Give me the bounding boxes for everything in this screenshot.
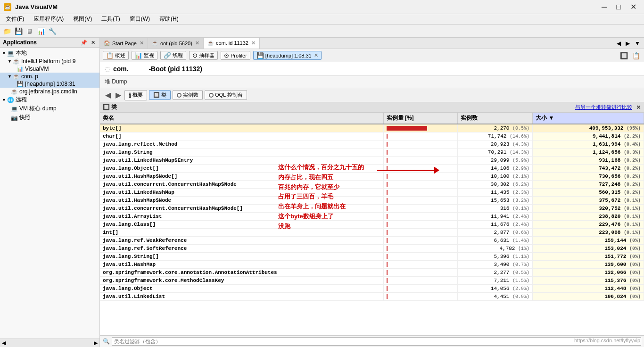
tree-item-visualvm[interactable]: 📊 VisualVM [0,65,99,73]
menu-tools[interactable]: 工具(T) [98,14,124,24]
table-row[interactable]: char[]71,742 (14.6%)9,441,814 (2.2%) [100,132,644,140]
cell-instance-bar [383,293,457,301]
tab-nav-down[interactable]: ▼ [633,40,642,47]
table-row[interactable]: java.util.HashMap$Node[]10,100 (2.1%)730… [100,173,644,181]
toolbar-btn-4[interactable]: 📊 [36,26,46,36]
sub-btn-profiler[interactable]: ⊙ Profiler [221,51,250,60]
col-instance-count[interactable]: 实例数 [457,113,532,124]
toolbar-btn-5[interactable]: 🔧 [47,26,58,36]
sub-toolbar-btn1[interactable]: 🔲 [619,50,629,61]
tab-nav-right[interactable]: ▶ [624,40,632,47]
menu-help[interactable]: 帮助(H) [156,14,182,24]
tree-item-snapshot[interactable]: 📷 快照 [0,113,99,122]
table-row[interactable]: java.util.LinkedHashMap11,435 (2.3%)560,… [100,189,644,197]
tree: ▼ 💻 本地 ▼ ☕ IntelliJ Platform (pid 9 📊 Vi… [0,48,99,339]
tree-arrow-remote[interactable]: ▼ [2,98,6,102]
section-classes[interactable]: 🔲 类 [149,90,171,100]
close-button[interactable]: ✕ [627,2,640,11]
sub-btn-heapdump[interactable]: 💾 [heapdump] 1:08:31 ✕ [253,51,322,60]
compare-link[interactable]: 与另一个堆转储进行比较 [575,104,632,111]
table-row[interactable]: java.lang.ref.WeakReference6,631 (1.4%)1… [100,237,644,245]
cell-classname: char[] [100,132,383,140]
close-table-btn[interactable]: ✕ [636,104,641,111]
tab-nav-left[interactable]: ◀ [615,40,623,47]
table-row[interactable]: java.util.LinkedList4,451 (0.9%)106,824 … [100,293,644,301]
forward-button[interactable]: ▶ [114,91,123,99]
col-instance-pct[interactable]: 实例量 [%] [383,113,457,124]
maximize-button[interactable]: □ [612,2,625,11]
tree-arrow-empty2 [13,82,16,86]
tab-bar: 🏠 Start Page ✕ ☕ oot (pid 5620) ✕ ☕ com.… [100,38,644,49]
tree-label-vmdump: VM 核心 dump [19,105,57,113]
table-row[interactable]: java.lang.Object[]14,106 (2.9%)743,472 (… [100,165,644,173]
cell-classname: java.lang.Class[] [100,221,383,229]
scroll-right-button[interactable]: ▶ [94,340,98,346]
sub-btn-overview[interactable]: 📋 概述 [103,51,129,60]
table-row[interactable]: java.util.concurrent.ConcurrentHashMap$N… [100,205,644,213]
tree-item-vmdump[interactable]: 💻 VM 核心 dump [0,104,99,113]
menu-view[interactable]: 视图(V) [69,14,96,24]
table-row[interactable]: org.springframework.core.MethodClassKey7… [100,277,644,285]
filter-input[interactable] [112,337,641,346]
minimize-button[interactable]: ─ [598,2,611,11]
tab-oot[interactable]: ☕ oot (pid 5620) ✕ [148,38,204,49]
back-button[interactable]: ◀ [104,91,112,99]
menu-file[interactable]: 文件(F) [2,14,28,24]
table-row[interactable]: java.util.concurrent.ConcurrentHashMap$N… [100,181,644,189]
table-row[interactable]: java.util.HashMap3,490 (0.7%)139,600 (0%… [100,261,644,269]
tab-com[interactable]: ☕ com. id 11132 ✕ [204,38,260,49]
left-panel-pin[interactable]: 📌 [79,40,89,46]
tree-item-intellij[interactable]: ▼ ☕ IntelliJ Platform (pid 9 [0,58,99,65]
table-row[interactable]: java.lang.String70,291 (14.3%)1,124,656 … [100,149,644,157]
tree-arrow[interactable]: ▼ [2,51,6,56]
col-classname[interactable]: 类名 [100,113,383,124]
menu-window[interactable]: 窗口(W) [126,14,154,24]
table-row[interactable]: java.lang.Object14,056 (2.9%)112,448 (0%… [100,285,644,293]
tree-arrow[interactable]: ▼ [8,59,12,64]
tree-label-remote: 远程 [16,96,27,104]
sub-btn-sampler[interactable]: ⊙ 抽样器 [189,51,218,60]
table-row[interactable]: org.springframework.core.annotation.Anno… [100,269,644,277]
cell-size: 139,600 (0%) [533,261,644,269]
sub-btn-heapdump-close[interactable]: ✕ [314,52,318,58]
table-row[interactable]: java.lang.reflect.Method20,923 (4.3%)1,6… [100,140,644,149]
tree-item-local[interactable]: ▼ 💻 本地 [0,49,99,58]
menu-app[interactable]: 应用程序(A) [30,14,67,24]
toolbar-btn-3[interactable]: 🖥 [25,26,35,36]
sub-btn-thread[interactable]: 🔗 线程 [160,51,186,60]
tree-arrow-com[interactable]: ▼ [8,74,12,79]
tree-item-com[interactable]: ▼ ☕ com. p [0,73,99,80]
table-scroll[interactable]: 类名 实例量 [%] 实例数 大小 ▼ byte[]2,270 (0.5%)40… [100,113,644,335]
tree-item-heapdump[interactable]: 💾 [heapdump] 1:08:31 [0,80,99,88]
section-instances[interactable]: 实例数 [173,90,203,100]
table-row[interactable]: java.util.HashMap$Node15,653 (3.2%)375,6… [100,197,644,205]
section-oql[interactable]: OQL 控制台 [205,90,247,100]
table-row[interactable]: int[]2,877 (0.6%)223,008 (0.1%) [100,229,644,237]
toolbar-btn-2[interactable]: 💾 [13,26,24,36]
tree-item-jps[interactable]: ☕ org.jetbrains.jps.cmdlin [0,88,99,95]
table-row[interactable]: java.util.ArrayList11,941 (2.4%)238,820 … [100,213,644,221]
tab-com-close[interactable]: ✕ [251,40,256,46]
section-summary[interactable]: ℹ 概要 [124,90,147,100]
tab-start-page-close[interactable]: ✕ [140,40,144,46]
table-row[interactable]: byte[]2,270 (0.5%)409,953,332 (95%) [100,124,644,132]
table-row[interactable]: java.util.LinkedHashMap$Entry29,099 (5.9… [100,157,644,165]
cell-classname: java.lang.String[] [100,253,383,261]
titlebar-left: ☕ Java VisualVM [4,3,58,11]
tab-start-page[interactable]: 🏠 Start Page ✕ [100,38,148,49]
table-row[interactable]: java.lang.ref.SoftReference4,782 (1%)153… [100,245,644,253]
content-title: ◌ com. -Boot (pid 11132) [100,62,644,76]
cell-instance-count: 11,676 (2.4%) [457,221,532,229]
table-row[interactable]: java.lang.Class[]11,676 (2.4%)229,476 (0… [100,221,644,229]
table-row[interactable]: java.lang.String[]5,396 (1.1%)151,772 (0… [100,253,644,261]
cell-instance-count: 4,782 (1%) [457,245,532,253]
toolbar-btn-1[interactable]: 📁 [2,26,12,36]
tab-oot-close[interactable]: ✕ [195,40,199,46]
scroll-left-button[interactable]: ◀ [2,340,6,346]
col-size[interactable]: 大小 ▼ [533,113,644,124]
sub-toolbar-btn2[interactable]: 📋 [631,50,641,61]
sub-btn-heapdump-label: [heapdump] 1:08:31 [265,53,312,58]
left-panel-close[interactable]: ✕ [90,40,97,46]
tree-item-remote[interactable]: ▼ 🌐 远程 [0,95,99,104]
sub-btn-monitor[interactable]: 📊 监视 [132,51,157,60]
